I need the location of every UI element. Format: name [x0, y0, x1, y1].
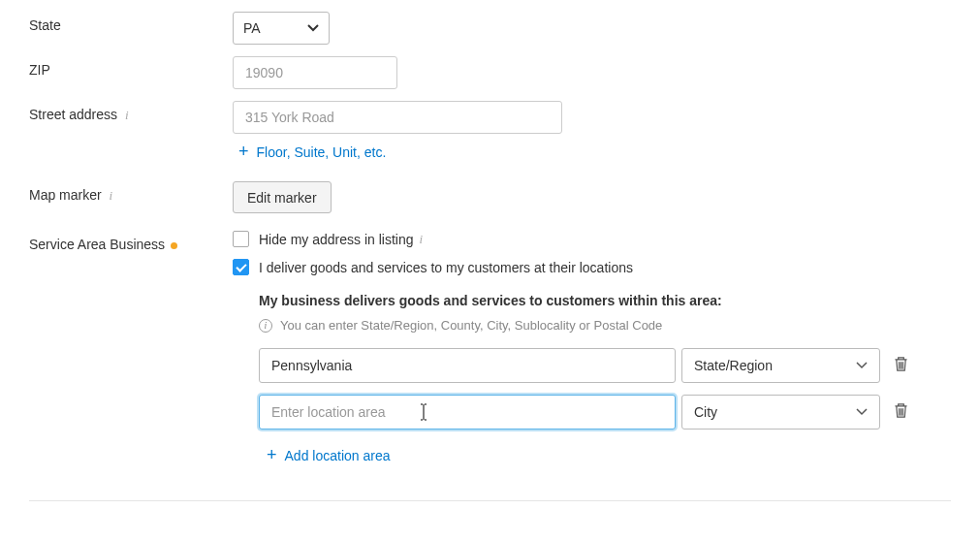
plus-icon: +	[238, 142, 249, 162]
info-circle-icon: i	[259, 319, 272, 333]
deliver-goods-label: I deliver goods and services to my custo…	[259, 260, 633, 275]
hide-address-label: Hide my address in listing	[259, 232, 414, 247]
zip-label: ZIP	[29, 56, 233, 78]
location-type-select[interactable]: City	[681, 395, 880, 430]
state-label: State	[29, 12, 233, 33]
service-area-label: Service Area Business	[29, 237, 165, 252]
info-icon[interactable]: i	[420, 232, 424, 247]
delivery-hint: You can enter State/Region, County, City…	[280, 318, 662, 333]
delivery-heading: My business delivers goods and services …	[259, 293, 951, 308]
street-input[interactable]	[233, 101, 562, 134]
hide-address-checkbox[interactable]	[233, 231, 249, 247]
indicator-dot-icon	[171, 242, 177, 249]
add-floor-suite-link[interactable]: + Floor, Suite, Unit, etc.	[238, 142, 386, 162]
state-select[interactable]: PA	[233, 12, 330, 45]
zip-input[interactable]	[233, 56, 397, 89]
section-divider	[29, 500, 951, 501]
location-type-select[interactable]: State/Region	[681, 348, 880, 383]
location-area-input[interactable]	[259, 395, 676, 430]
trash-icon	[894, 356, 908, 372]
delete-location-button[interactable]	[890, 352, 912, 379]
location-area-input[interactable]	[259, 348, 676, 383]
info-icon[interactable]: i	[125, 108, 129, 122]
location-row: City	[259, 395, 951, 430]
street-label: Street address	[29, 107, 117, 122]
plus-icon: +	[267, 445, 277, 465]
edit-marker-button[interactable]: Edit marker	[233, 181, 332, 213]
delete-location-button[interactable]	[890, 398, 912, 426]
add-location-area-link[interactable]: + Add location area	[267, 445, 390, 465]
deliver-goods-checkbox[interactable]	[233, 259, 249, 275]
info-icon[interactable]: i	[110, 188, 113, 203]
trash-icon	[894, 402, 908, 419]
map-marker-label: Map marker	[29, 187, 102, 203]
location-row: State/Region	[259, 348, 951, 383]
